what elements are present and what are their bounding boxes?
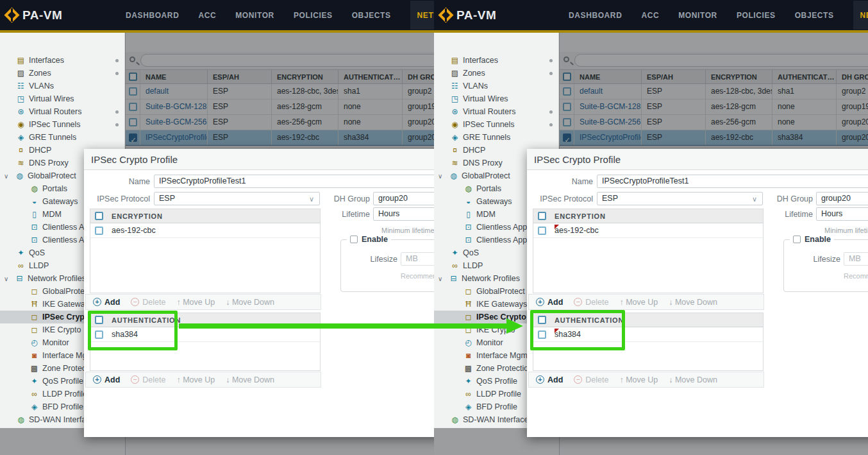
add-label: Add: [547, 298, 563, 307]
add-label: Add: [104, 375, 120, 384]
encryption-list-select-all-checkbox[interactable]: [95, 212, 103, 220]
list-toolbar: +Add−Delete↑ Move Up↓ Move Down: [85, 294, 321, 310]
add-button[interactable]: +Add: [93, 298, 120, 307]
globalprotect-icon: ◍: [448, 171, 459, 180]
sidebar-item-virtual-wires[interactable]: ◳Virtual Wires: [0, 92, 124, 105]
sidebar-item-virtual-routers[interactable]: ⊛Virtual Routers: [434, 105, 558, 118]
sidebar-item-label: Monitor: [476, 338, 503, 347]
sidebar-item-label: QoS Profile: [476, 377, 517, 386]
sidebar-item-label: Zones: [29, 69, 51, 78]
sidebar-item-label: IKE Gateways: [476, 300, 527, 309]
virtual-wires-icon: ◳: [15, 94, 26, 103]
plus-icon: +: [536, 375, 544, 384]
chevron-down-icon[interactable]: ∨: [4, 275, 14, 282]
chevron-down-icon[interactable]: ∨: [438, 173, 448, 180]
move-up-button[interactable]: ↑ Move Up: [176, 298, 215, 307]
move-down-button[interactable]: ↓ Move Down: [226, 298, 274, 307]
row-checkbox[interactable]: [95, 227, 103, 235]
recommended-note: Recommended: [844, 272, 868, 280]
sidebar-item-gre-tunnels[interactable]: ◈GRE Tunnels: [434, 131, 558, 144]
move-up-button[interactable]: ↑ Move Up: [619, 298, 658, 307]
dh-group-select[interactable]: group20: [373, 192, 434, 205]
move-up-button[interactable]: ↑ Move Up: [176, 375, 215, 384]
encryption-list-header: ENCRYPTION: [90, 209, 320, 223]
dh-group-select[interactable]: group20: [816, 192, 868, 205]
move-down-button[interactable]: ↓ Move Down: [226, 375, 274, 384]
name-input[interactable]: IPSecCryptoProfileTest1: [597, 175, 868, 188]
clientless-apps-icon: ⊡: [29, 223, 40, 232]
lifesize-label: Lifesize: [766, 255, 840, 264]
name-label: Name: [89, 177, 150, 186]
sidebar-item-label: Virtual Wires: [463, 94, 508, 103]
item-dot: [115, 123, 119, 126]
nav-tab-policies[interactable]: POLICIES: [294, 11, 333, 20]
enable-checkbox[interactable]: [793, 236, 801, 243]
sidebar-item-virtual-routers[interactable]: ⊛Virtual Routers: [0, 105, 124, 118]
delete-label: Delete: [142, 298, 165, 307]
nav-tab-network[interactable]: NETWORK: [853, 1, 868, 30]
add-button[interactable]: +Add: [536, 375, 563, 384]
encryption-list-row[interactable]: aes-192-cbc: [90, 223, 320, 238]
delete-button[interactable]: −Delete: [131, 298, 165, 307]
lifetime-select[interactable]: Hours: [373, 207, 434, 221]
sidebar-item-ipsec-tunnels[interactable]: ◉IPSec Tunnels: [0, 118, 124, 131]
sidebar-item-vlans[interactable]: ☷VLANs: [0, 80, 124, 92]
delete-button[interactable]: −Delete: [574, 375, 608, 384]
add-button[interactable]: +Add: [93, 375, 120, 384]
move-down-button[interactable]: ↓ Move Down: [669, 375, 717, 384]
nav-tab-monitor[interactable]: MONITOR: [235, 11, 274, 20]
sd-wan-interface-icon: ◍: [449, 415, 460, 424]
monitor-icon: ◴: [463, 338, 474, 347]
enable-checkbox[interactable]: [350, 236, 358, 243]
lifesize-select[interactable]: MB: [401, 252, 434, 266]
add-button[interactable]: +Add: [536, 298, 563, 307]
pa-logo-icon: [438, 7, 453, 22]
sidebar-item-zones[interactable]: ▨Zones: [0, 67, 124, 80]
sidebar-item-label: GlobalProtect: [28, 171, 76, 180]
sidebar-item-label: BFD Profile: [476, 402, 517, 411]
sidebar-item-interfaces[interactable]: ▤Interfaces: [434, 54, 558, 67]
move-up-button[interactable]: ↑ Move Up: [619, 375, 658, 384]
nav-tab-acc[interactable]: ACC: [641, 11, 659, 20]
sidebar-item-label: Gateways: [476, 197, 512, 206]
sidebar-item-label: BFD Profile: [42, 402, 83, 411]
nav-tab-acc[interactable]: ACC: [198, 11, 216, 20]
chevron-down-icon[interactable]: ∨: [438, 275, 448, 282]
nav-tab-dashboard[interactable]: DASHBOARD: [126, 11, 179, 20]
sidebar-item-label: Portals: [476, 184, 501, 193]
gre-tunnels-icon: ◈: [15, 133, 26, 142]
delete-button[interactable]: −Delete: [574, 298, 608, 307]
ipsec-tunnels-icon: ◉: [449, 120, 460, 129]
globalprotect-profile-lock-icon: ◻: [29, 287, 40, 296]
nav-tab-monitor[interactable]: MONITOR: [678, 11, 717, 20]
row-checkbox[interactable]: [538, 227, 546, 235]
nav-tab-network[interactable]: NETWORK: [410, 1, 434, 30]
enable-label: Enable: [362, 235, 388, 244]
sidebar-item-interfaces[interactable]: ▤Interfaces: [0, 54, 124, 67]
nav-tab-objects[interactable]: OBJECTS: [795, 11, 834, 20]
encryption-list-header-label: ENCRYPTION: [112, 212, 163, 220]
qos-icon: ✦: [449, 248, 460, 257]
sidebar-item-ipsec-tunnels[interactable]: ◉IPSec Tunnels: [434, 118, 558, 131]
mdm-icon: ▯: [463, 210, 474, 219]
dialog-header: IPSec Crypto Profile: [84, 149, 434, 170]
nav-tab-objects[interactable]: OBJECTS: [352, 11, 391, 20]
encryption-list-select-all-checkbox[interactable]: [538, 212, 546, 220]
sidebar-item-vlans[interactable]: ☷VLANs: [434, 80, 558, 92]
ipsec-crypto-lock-icon: ◻: [463, 313, 474, 322]
sidebar-item-zones[interactable]: ▨Zones: [434, 67, 558, 80]
sidebar-item-virtual-wires[interactable]: ◳Virtual Wires: [434, 92, 558, 105]
nav-tab-dashboard[interactable]: DASHBOARD: [569, 11, 622, 20]
move-down-button[interactable]: ↓ Move Down: [669, 298, 717, 307]
nav-tab-policies[interactable]: POLICIES: [737, 11, 776, 20]
name-input[interactable]: IPSecCryptoProfileTest1: [154, 175, 434, 188]
annotation-highlight-box: [530, 310, 625, 350]
encryption-list-row[interactable]: aes-192-cbc: [533, 223, 763, 238]
sidebar-item-gre-tunnels[interactable]: ◈GRE Tunnels: [0, 131, 124, 144]
list-toolbar: +Add−Delete↑ Move Up↓ Move Down: [528, 294, 764, 310]
sidebar-item-label: DNS Proxy: [29, 159, 69, 167]
chevron-down-icon[interactable]: ∨: [4, 173, 14, 180]
delete-button[interactable]: −Delete: [131, 375, 165, 384]
lifetime-select[interactable]: Hours: [816, 207, 868, 221]
lifesize-select[interactable]: MB: [844, 252, 868, 266]
